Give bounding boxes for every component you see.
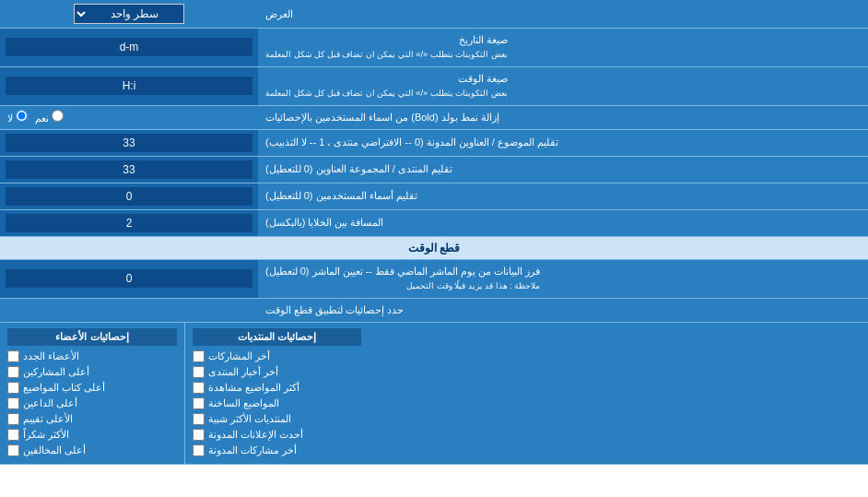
display-dropdown[interactable]: سطر واحد سطرين ثلاثة أسطر (74, 4, 184, 24)
radio-no-label: لا (7, 110, 28, 124)
checkbox-1-6[interactable] (193, 429, 205, 441)
label-display: العرض (258, 0, 868, 28)
trim-users-cell (0, 183, 258, 209)
stats-item-2-1: الأعضاء الجدد (7, 349, 177, 364)
stats-col1-title: إحصائيات المنتديات (193, 328, 361, 346)
radio-yes-label: نعم (35, 110, 64, 124)
checkbox-2-1[interactable] (7, 350, 19, 362)
stats-item-2-2: أعلى المشاركين (7, 364, 177, 380)
stats-empty-col (369, 323, 868, 464)
label-trim-forum: تقليم المنتدى / المجموعة العناوين (0 للت… (258, 157, 868, 183)
stats-item-1-3: أكثر المواضيع مشاهدة (193, 380, 361, 396)
cell-spacing-input[interactable] (6, 214, 252, 232)
date-format-input[interactable] (6, 38, 252, 56)
stats-item-1-6: أحدث الإعلانات المدونة (193, 427, 361, 443)
time-format-cell (0, 67, 258, 105)
checkbox-2-7[interactable] (7, 444, 19, 456)
checkbox-2-4[interactable] (7, 397, 19, 409)
stats-col1: إحصائيات المنتديات أخر المشاركات أخر أخب… (184, 323, 369, 464)
stats-item-2-5: الأعلى تقييم (7, 411, 177, 427)
label-stats-header: حدد إحصائيات لتطبيق قطع الوقت (258, 299, 868, 322)
trim-forum-input[interactable] (6, 160, 252, 179)
checkbox-1-5[interactable] (193, 413, 205, 425)
sort-data-input[interactable] (6, 269, 252, 288)
stats-item-1-1: أخر المشاركات (193, 349, 361, 364)
trim-users-input[interactable] (6, 187, 252, 206)
label-time-format: صيغة الوقتبعض التكوينات يتطلب «/» التي ي… (258, 67, 868, 105)
checkbox-2-2[interactable] (7, 366, 19, 378)
checkbox-1-3[interactable] (193, 382, 205, 394)
checkbox-2-5[interactable] (7, 413, 19, 425)
label-trim-topic: تقليم الموضوع / العناوين المدونة (0 -- ا… (258, 130, 868, 156)
label-bold-remove: إزالة نمط بولد (Bold) من اسماء المستخدمي… (258, 106, 868, 129)
checkbox-1-2[interactable] (193, 366, 205, 378)
label-trim-users: تقليم أسماء المستخدمين (0 للتعطيل) (258, 183, 868, 209)
checkbox-2-6[interactable] (7, 429, 19, 441)
checkbox-1-1[interactable] (193, 350, 205, 362)
stats-item-2-3: أعلى كتاب المواضيع (7, 380, 177, 396)
cell-spacing-cell (0, 210, 258, 236)
date-format-cell (0, 29, 258, 66)
label-date-format: صيغة التاريخبعض التكوينات يتطلب «/» التي… (258, 29, 868, 66)
checkbox-1-7[interactable] (193, 444, 205, 456)
stats-col2: إحصائيات الأعضاء الأعضاء الجدد أعلى المش… (0, 323, 184, 464)
label-sort-data: فرز البيانات من يوم الماشر الماضي فقط --… (258, 260, 868, 298)
sort-data-cell (0, 260, 258, 298)
bold-remove-radio-cell: نعم لا (0, 106, 258, 129)
stats-col2-title: إحصائيات الأعضاء (7, 328, 177, 346)
stats-item-1-4: المواضيع الساخنة (193, 396, 361, 411)
checkbox-2-3[interactable] (7, 382, 19, 394)
radio-yes[interactable] (52, 110, 64, 122)
stats-item-2-7: أعلى المخالفين (7, 443, 177, 458)
trim-topic-input[interactable] (6, 134, 252, 152)
radio-no[interactable] (16, 110, 28, 122)
stats-item-1-5: المنتديات الأكثر شبية (193, 411, 361, 427)
label-cell-spacing: المسافة بين الخلايا (بالبكسل) (258, 210, 868, 236)
section-header-cuttime: قطع الوقت (0, 237, 868, 260)
time-format-input[interactable] (6, 77, 252, 95)
trim-topic-cell (0, 130, 258, 156)
checkbox-1-4[interactable] (193, 397, 205, 409)
trim-forum-cell (0, 157, 258, 183)
stats-item-2-4: أعلى الداعين (7, 396, 177, 411)
stats-item-2-6: الأكثر شكراً (7, 427, 177, 443)
stats-header-empty (0, 299, 258, 322)
display-dropdown-cell: سطر واحد سطرين ثلاثة أسطر (0, 0, 258, 28)
stats-item-1-2: أخر أخبار المنتدى (193, 364, 361, 380)
stats-item-1-7: أخر مشاركات المدونة (193, 443, 361, 458)
